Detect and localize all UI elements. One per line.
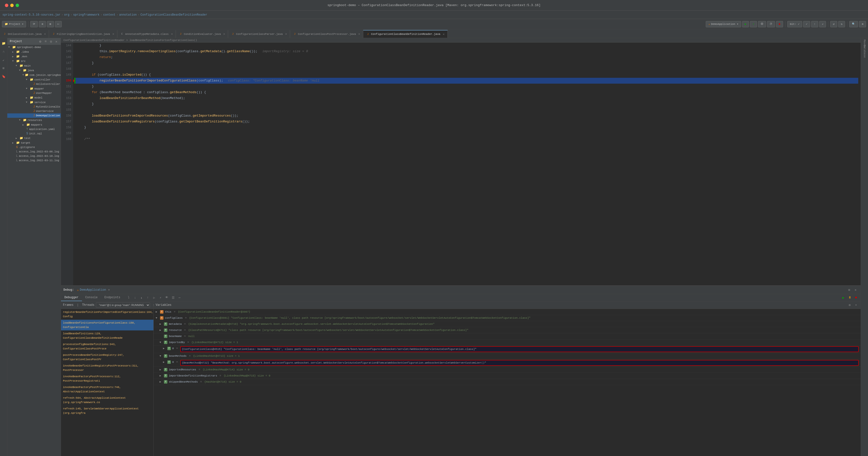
breadcrumb-item-context[interactable]: context bbox=[103, 13, 115, 17]
coverage-button[interactable]: ⦿ bbox=[758, 21, 766, 27]
tree-item-log1[interactable]: L access_log.2022-03-06.log bbox=[7, 150, 61, 154]
tab-configparser[interactable]: J ConfigurationClassParser.java ✕ bbox=[228, 30, 290, 38]
tree-item-myconditional[interactable]: J MyConditionalCo bbox=[7, 105, 61, 109]
tree-item-java[interactable]: ▼ 📁 java bbox=[7, 68, 61, 73]
breadcrumb-item-org[interactable]: org bbox=[64, 13, 69, 17]
tree-item-hellocontroller[interactable]: J HelloController bbox=[7, 82, 61, 86]
var-add-icon[interactable]: + bbox=[854, 302, 859, 308]
var-expand-icon[interactable]: ▶ bbox=[159, 367, 162, 372]
thread-selector[interactable]: "main"@1 in group "main": RUNNING bbox=[96, 302, 150, 308]
var-expand-icon[interactable]: ▼ bbox=[159, 354, 162, 358]
var-expand-icon[interactable]: ▶ bbox=[163, 346, 166, 351]
tree-item-service[interactable]: ▼ 📁 service bbox=[7, 100, 61, 105]
tab-close-icon[interactable]: ✕ bbox=[171, 32, 173, 36]
stack-item-8[interactable]: refresh:564, AbstractApplicationContext … bbox=[61, 395, 153, 405]
tree-item-applicationyaml[interactable]: Y application.yaml bbox=[7, 127, 61, 131]
step-into-icon[interactable]: ↓ bbox=[132, 295, 138, 300]
tab-close-icon[interactable]: ✕ bbox=[285, 32, 287, 36]
stop-button[interactable]: ■ bbox=[776, 21, 783, 27]
run-config-dropdown[interactable]: ☕ DemoApplication ▾ bbox=[706, 21, 741, 27]
tab-close-icon[interactable]: ✕ bbox=[223, 32, 225, 36]
var-expand-icon[interactable]: ▶ bbox=[156, 310, 159, 314]
tree-item-main[interactable]: ▼ 📁 main bbox=[7, 63, 61, 68]
database-icon[interactable]: Database bbox=[862, 48, 867, 54]
tab-configpostprocessor[interactable]: J ConfigurationClassPostProcessor.java ✕ bbox=[290, 30, 363, 38]
toolbar-sync[interactable]: ⟳ bbox=[30, 21, 38, 27]
debug-collapse[interactable]: ✕ bbox=[853, 287, 858, 293]
sidebar-collapse-icon[interactable]: ≡ bbox=[44, 39, 48, 43]
tab-close-icon[interactable]: ✕ bbox=[443, 32, 444, 36]
debug-tab-debugger[interactable]: Debugger bbox=[61, 294, 82, 301]
project-icon[interactable]: 📁 bbox=[1, 40, 7, 46]
tree-item-src[interactable]: ▼ 📁 src bbox=[7, 59, 61, 63]
stack-item-3[interactable]: processConfigBeanDefinitions:343, Config… bbox=[61, 341, 153, 352]
debug-settings[interactable]: ⚙ bbox=[846, 287, 852, 293]
breadcrumb-item-annotation[interactable]: annotation bbox=[119, 13, 137, 17]
stack-item-0[interactable]: registerBeanDefinitionForImportedConfigu… bbox=[61, 309, 153, 320]
minimize-button[interactable] bbox=[10, 4, 14, 7]
code-area[interactable]: } this.importRegistry.removeImportingCla… bbox=[73, 43, 861, 285]
var-expand-icon[interactable]: ▶ bbox=[159, 328, 162, 332]
pullrequest-icon[interactable]: ↙ bbox=[1, 57, 7, 63]
undo[interactable]: ↺ bbox=[830, 21, 837, 27]
var-expand-icon[interactable]: ▶ bbox=[159, 380, 162, 384]
tab-annotatedtype[interactable]: C AnnotatedTypeMetadata.class ✕ bbox=[117, 30, 176, 38]
step-out-icon[interactable]: ↑ bbox=[145, 295, 151, 300]
var-expand-icon[interactable]: ▼ bbox=[159, 340, 162, 345]
search-everywhere[interactable]: 🔍 bbox=[849, 21, 858, 27]
tab-filteringspring[interactable]: J FilteringSpringBootCondition.java ✕ bbox=[49, 30, 117, 38]
tree-item-target[interactable]: ▶ 📁 target bbox=[7, 140, 61, 145]
stop-debug-button[interactable]: ■ bbox=[854, 295, 859, 300]
breadcrumb-item-class[interactable]: ConfigurationClassBeanDefinitionReader bbox=[141, 13, 207, 17]
git-check[interactable]: Git: ✓ bbox=[787, 21, 802, 27]
project-dropdown[interactable]: 📁 Project ▾ bbox=[2, 21, 26, 27]
tree-item-springboot-demo[interactable]: ▼ 📁 springboot-demo bbox=[7, 45, 61, 50]
tree-item-controller[interactable]: ▼ 📁 controller bbox=[7, 77, 61, 82]
tree-item-log3[interactable]: L access_log.2022-03-11.log bbox=[7, 158, 61, 163]
var-expand-icon[interactable]: ▶ bbox=[159, 322, 162, 326]
tab-conditioneval[interactable]: J ConditionEvaluator.java ✕ bbox=[176, 30, 228, 38]
git-ok[interactable]: ✓ bbox=[803, 21, 810, 27]
force-step-into-icon[interactable]: ↡ bbox=[139, 295, 144, 300]
tree-item-mappers[interactable]: ▶ 📁 mappers bbox=[7, 122, 61, 127]
tree-item-demoapplication[interactable]: J DemoApplication bbox=[7, 113, 61, 118]
tree-item-idea[interactable]: ▶ 📁 .idea bbox=[7, 50, 61, 54]
redo[interactable]: ↻ bbox=[838, 21, 845, 27]
tree-item-package[interactable]: ▼ 📁 com.jessin.springboot.c bbox=[7, 73, 61, 77]
tree-item-userservice[interactable]: J UserService bbox=[7, 109, 61, 113]
git-diff[interactable]: ↗ bbox=[819, 21, 826, 27]
var-expand-icon[interactable]: ▶ bbox=[159, 373, 162, 378]
tree-item-mvn[interactable]: ▶ 📁 .mvn bbox=[7, 54, 61, 59]
run-to-cursor-icon[interactable]: ▷ bbox=[152, 295, 157, 300]
run-button[interactable]: ▶ bbox=[742, 21, 749, 27]
structure-icon[interactable]: ⊞ bbox=[1, 65, 7, 71]
breadcrumb-item-jar[interactable]: spring-context-5.3.16-sources.jar bbox=[2, 13, 61, 17]
var-settings-icon[interactable]: ⚙ bbox=[847, 302, 852, 308]
tree-item-resources[interactable]: ▼ 📁 resources bbox=[7, 118, 61, 122]
breadcrumb-item-springframework[interactable]: springframework bbox=[73, 13, 99, 17]
tab-close-icon[interactable]: ✕ bbox=[113, 32, 114, 36]
git-update[interactable]: ↑ bbox=[811, 21, 818, 27]
tree-item-initsql[interactable]: S init.sql bbox=[7, 131, 61, 136]
tree-item-gitignore[interactable]: G .gitignore bbox=[7, 145, 61, 150]
tree-item-log2[interactable]: L access_log.2022-03-10.log bbox=[7, 154, 61, 158]
tree-item-usermapper[interactable]: J UserMapper bbox=[7, 91, 61, 95]
debug-tab-console[interactable]: Console bbox=[82, 294, 101, 301]
close-button[interactable] bbox=[5, 4, 8, 7]
stack-item-5[interactable]: invokeBeanDefinitionRegistryPostProcesso… bbox=[61, 363, 153, 373]
toolbar-layout[interactable]: ⊞ bbox=[47, 21, 54, 27]
tree-item-mapper[interactable]: ▼ 📁 mapper bbox=[7, 86, 61, 91]
frames-icon[interactable]: ☰ bbox=[170, 295, 176, 300]
stack-item-2[interactable]: loadBeanDefinitions:129, ConfigurationCl… bbox=[61, 330, 153, 341]
sidebar-locate-icon[interactable]: ⊙ bbox=[38, 39, 42, 43]
pause-button[interactable]: ⏸ bbox=[847, 295, 852, 300]
tab-onclasscondition[interactable]: J OnClassCondition.java ✕ bbox=[0, 30, 49, 38]
stack-item-1[interactable]: loadBeanDefinitionsForConfigurationClass… bbox=[61, 320, 153, 330]
commit-icon[interactable]: ⑃ bbox=[1, 49, 7, 55]
sidebar-gear-icon[interactable]: ⚙ bbox=[49, 39, 53, 43]
resume-button[interactable]: ▶ bbox=[841, 295, 846, 300]
sidebar-close-icon[interactable]: ✕ bbox=[54, 39, 58, 43]
tree-item-model[interactable]: ▶ 📁 model bbox=[7, 95, 61, 100]
debug-button[interactable]: ⚡ bbox=[750, 21, 757, 27]
var-expand-icon[interactable]: ▶ bbox=[163, 360, 166, 364]
